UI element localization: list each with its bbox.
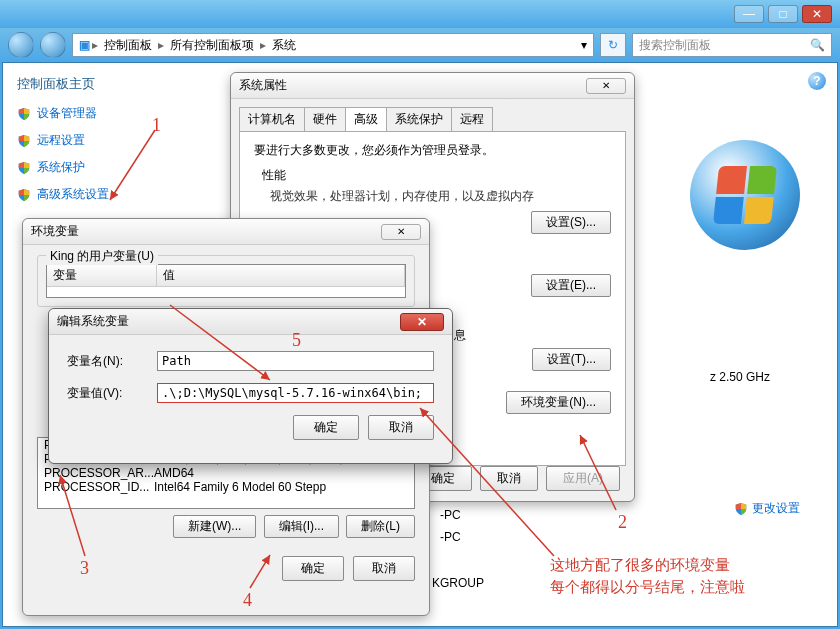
new-button[interactable]: 新建(W)... bbox=[173, 515, 256, 538]
dialog-close-button[interactable]: ✕ bbox=[400, 313, 444, 331]
env-vars-button[interactable]: 环境变量(N)... bbox=[506, 391, 611, 414]
edit-button[interactable]: 编辑(I)... bbox=[264, 515, 339, 538]
dialog-close-button[interactable]: ✕ bbox=[586, 78, 626, 94]
sidebar-advanced[interactable]: 高级系统设置 bbox=[17, 186, 189, 203]
var-name-label: 变量名(N): bbox=[67, 353, 157, 370]
tab-computer-name[interactable]: 计算机名 bbox=[239, 107, 305, 131]
search-icon: 🔍 bbox=[810, 38, 825, 52]
crumb-root[interactable]: 控制面板 bbox=[100, 37, 156, 54]
sidebar-device-manager[interactable]: 设备管理器 bbox=[17, 105, 189, 122]
edit-variable-dialog: 编辑系统变量 ✕ 变量名(N): 变量值(V): 确定 取消 bbox=[48, 308, 453, 464]
dialog-titlebar[interactable]: 环境变量 ✕ bbox=[23, 219, 429, 245]
window-titlebar: — □ ✕ bbox=[0, 0, 840, 28]
dialog-title: 系统属性 bbox=[239, 77, 586, 94]
tab-hardware[interactable]: 硬件 bbox=[304, 107, 346, 131]
env-ok-button[interactable]: 确定 bbox=[282, 556, 344, 581]
user-vars-group: King 的用户变量(U) 变量 值 bbox=[37, 255, 415, 307]
apply-button[interactable]: 应用(A) bbox=[546, 466, 620, 491]
sidebar-protection[interactable]: 系统保护 bbox=[17, 159, 189, 176]
nav-row: ▣ ▸ 控制面板 ▸ 所有控制面板项 ▸ 系统 ▾ ↻ 搜索控制面板 🔍 bbox=[0, 28, 840, 62]
dropdown-icon[interactable]: ▾ bbox=[581, 38, 587, 52]
col-val[interactable]: 值 bbox=[157, 265, 405, 286]
edit-ok-button[interactable]: 确定 bbox=[293, 415, 359, 440]
crumb-mid[interactable]: 所有控制面板项 bbox=[166, 37, 258, 54]
workgroup: KGROUP bbox=[432, 576, 484, 590]
user-vars-title: King 的用户变量(U) bbox=[46, 248, 158, 265]
forward-button[interactable] bbox=[40, 32, 66, 58]
perf-desc: 视觉效果，处理器计划，内存使用，以及虚拟内存 bbox=[270, 188, 611, 205]
startup-trail: 息 bbox=[454, 327, 611, 344]
sidebar-remote[interactable]: 远程设置 bbox=[17, 132, 189, 149]
shield-icon bbox=[17, 161, 31, 175]
pc-suffix-a: -PC bbox=[440, 508, 461, 522]
control-panel-glyph: ▣ bbox=[79, 38, 90, 52]
dialog-title: 编辑系统变量 bbox=[57, 313, 400, 330]
var-value-label: 变量值(V): bbox=[67, 385, 157, 402]
dialog-titlebar[interactable]: 系统属性 ✕ bbox=[231, 73, 634, 99]
admin-note: 要进行大多数更改，您必须作为管理员登录。 bbox=[254, 142, 611, 159]
edit-cancel-button[interactable]: 取消 bbox=[368, 415, 434, 440]
refresh-button[interactable]: ↻ bbox=[600, 33, 626, 57]
dialog-close-button[interactable]: ✕ bbox=[381, 224, 421, 240]
maximize-button[interactable]: □ bbox=[768, 5, 798, 23]
breadcrumb-sep: ▸ bbox=[90, 38, 100, 52]
dialog-titlebar[interactable]: 编辑系统变量 ✕ bbox=[49, 309, 452, 335]
tab-advanced[interactable]: 高级 bbox=[345, 107, 387, 131]
cancel-button[interactable]: 取消 bbox=[480, 466, 538, 491]
back-button[interactable] bbox=[8, 32, 34, 58]
shield-icon bbox=[17, 107, 31, 121]
delete-button[interactable]: 删除(L) bbox=[346, 515, 415, 538]
startup-settings-button[interactable]: 设置(T)... bbox=[532, 348, 611, 371]
col-var[interactable]: 变量 bbox=[47, 265, 157, 286]
var-name-input[interactable] bbox=[157, 351, 434, 371]
cpu-ghz: z 2.50 GHz bbox=[710, 370, 770, 384]
var-value-input[interactable] bbox=[157, 383, 434, 403]
change-settings-link[interactable]: 更改设置 bbox=[734, 500, 800, 517]
dialog-buttons: 确定 取消 应用(A) bbox=[414, 466, 620, 491]
shield-icon bbox=[17, 188, 31, 202]
perf-settings-button[interactable]: 设置(S)... bbox=[531, 211, 611, 234]
shield-icon bbox=[17, 134, 31, 148]
sidebar-title: 控制面板主页 bbox=[17, 75, 189, 93]
tabs: 计算机名 硬件 高级 系统保护 远程 bbox=[231, 99, 634, 131]
close-button[interactable]: ✕ bbox=[802, 5, 832, 23]
profile-settings-button[interactable]: 设置(E)... bbox=[531, 274, 611, 297]
dialog-title: 环境变量 bbox=[31, 223, 381, 240]
env-cancel-button[interactable]: 取消 bbox=[353, 556, 415, 581]
crumb-leaf[interactable]: 系统 bbox=[268, 37, 300, 54]
user-vars-table[interactable]: 变量 值 bbox=[46, 264, 406, 298]
tab-remote[interactable]: 远程 bbox=[451, 107, 493, 131]
tab-protection[interactable]: 系统保护 bbox=[386, 107, 452, 131]
search-placeholder: 搜索控制面板 bbox=[639, 37, 711, 54]
help-icon[interactable]: ? bbox=[808, 72, 826, 90]
search-box[interactable]: 搜索控制面板 🔍 bbox=[632, 33, 832, 57]
pc-suffix-b: -PC bbox=[440, 530, 461, 544]
address-bar[interactable]: ▣ ▸ 控制面板 ▸ 所有控制面板项 ▸ 系统 ▾ bbox=[72, 33, 594, 57]
shield-icon bbox=[734, 502, 748, 516]
minimize-button[interactable]: — bbox=[734, 5, 764, 23]
windows-logo bbox=[690, 140, 800, 250]
perf-title: 性能 bbox=[262, 167, 611, 184]
